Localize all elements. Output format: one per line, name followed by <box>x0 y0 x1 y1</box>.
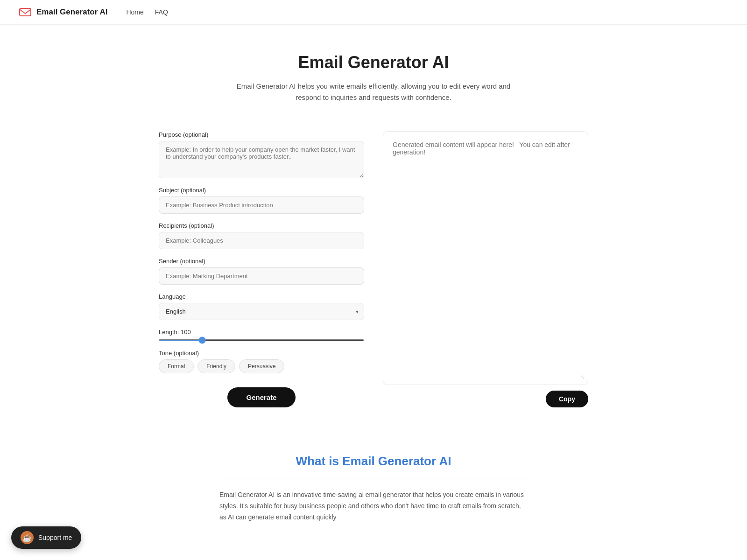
output-column: ⤡ Copy <box>383 131 588 407</box>
hero-heading: Email Generator AI <box>9 53 738 72</box>
recipients-field-group: Recipients (optional) <box>159 222 364 249</box>
nav-home[interactable]: Home <box>126 8 143 16</box>
what-is-heading: What is Email Generator AI <box>219 454 528 469</box>
recipients-input[interactable] <box>159 232 364 249</box>
length-field-group: Length: 100 <box>159 329 364 341</box>
sender-input[interactable] <box>159 267 364 285</box>
sender-field-group: Sender (optional) <box>159 258 364 285</box>
hero-section: Email Generator AI Email Generator AI he… <box>0 25 747 122</box>
language-field-group: Language English Spanish French German C… <box>159 293 364 320</box>
main-content: Purpose (optional) Subject (optional) Re… <box>140 122 607 435</box>
navbar: Email Generator AI Home FAQ <box>0 0 747 25</box>
tone-formal[interactable]: Formal <box>159 359 194 373</box>
brand[interactable]: Email Generator AI <box>19 6 107 19</box>
what-is-section: What is Email Generator AI Email Generat… <box>210 435 537 551</box>
support-widget[interactable]: ☕ Support me <box>11 526 81 549</box>
nav-faq[interactable]: FAQ <box>155 8 168 16</box>
subject-field-group: Subject (optional) <box>159 187 364 214</box>
navbar-links: Home FAQ <box>126 8 168 16</box>
language-select-wrapper: English Spanish French German Chinese Ja… <box>159 303 364 320</box>
subject-label: Subject (optional) <box>159 187 364 194</box>
tone-persuasive[interactable]: Persuasive <box>239 359 284 373</box>
what-is-body: Email Generator AI is an innovative time… <box>219 490 528 523</box>
support-icon: ☕ <box>21 531 34 544</box>
tone-friendly[interactable]: Friendly <box>197 359 235 373</box>
support-label: Support me <box>38 534 72 541</box>
brand-label: Email Generator AI <box>36 7 107 17</box>
copy-button[interactable]: Copy <box>546 391 588 407</box>
resize-handle-icon: ⤡ <box>580 373 585 382</box>
tone-field-group: Tone (optional) Formal Friendly Persuasi… <box>159 350 364 373</box>
length-label: Length: 100 <box>159 329 364 336</box>
sender-label: Sender (optional) <box>159 258 364 265</box>
output-area: ⤡ <box>383 131 588 385</box>
purpose-label: Purpose (optional) <box>159 131 364 138</box>
tone-buttons-group: Formal Friendly Persuasive <box>159 359 364 373</box>
recipients-label: Recipients (optional) <box>159 222 364 229</box>
purpose-field-group: Purpose (optional) <box>159 131 364 178</box>
language-label: Language <box>159 293 364 300</box>
form-column: Purpose (optional) Subject (optional) Re… <box>159 131 364 407</box>
subject-input[interactable] <box>159 196 364 214</box>
purpose-input[interactable] <box>159 141 364 178</box>
section-divider <box>219 478 528 478</box>
tone-label: Tone (optional) <box>159 350 364 357</box>
output-textarea[interactable] <box>393 141 578 375</box>
language-select[interactable]: English Spanish French German Chinese Ja… <box>159 303 364 320</box>
hero-description: Email Generator AI helps you write email… <box>233 81 514 103</box>
svg-rect-0 <box>20 8 31 16</box>
generate-button[interactable]: Generate <box>227 387 295 407</box>
length-slider[interactable] <box>159 339 364 341</box>
email-logo-icon <box>19 6 32 19</box>
